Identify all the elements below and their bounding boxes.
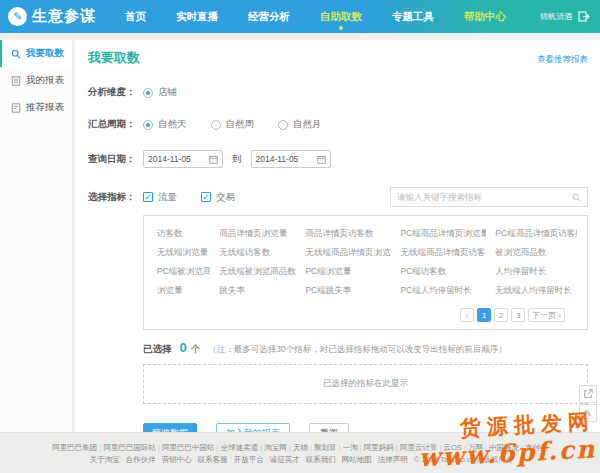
footer-link[interactable]: 一淘 bbox=[343, 443, 364, 452]
radio-icon[interactable] bbox=[211, 120, 221, 130]
selected-count: 0 bbox=[180, 340, 187, 355]
checkbox-checked-icon[interactable] bbox=[143, 192, 153, 202]
sidebar-item-label: 推荐报表 bbox=[26, 101, 64, 114]
footer-link[interactable]: 网站地图 bbox=[342, 455, 372, 464]
period-label: 汇总周期： bbox=[88, 118, 143, 131]
pagination-page-1[interactable]: 1 bbox=[477, 308, 491, 322]
footer-link[interactable]: 阿里巴巴集团 bbox=[52, 443, 103, 452]
date-to-word: 到 bbox=[232, 153, 242, 166]
metric-item[interactable]: PC端访客数 bbox=[391, 266, 486, 278]
date-from-input[interactable]: 2014-11-05 bbox=[143, 150, 223, 168]
footer-link[interactable]: 法律声明 bbox=[378, 455, 408, 464]
checkbox-checked-icon[interactable] bbox=[201, 192, 211, 202]
metric-item[interactable]: 无线端商品详情页浏览量 bbox=[296, 247, 391, 259]
footer-about-row: 关于淘宝合作伙伴营销中心联系客服开放平台诚征英才联系我们网站地图法律声明© 20… bbox=[0, 454, 600, 466]
footer-link[interactable]: 关于淘宝 bbox=[90, 455, 120, 464]
metric-item[interactable]: 无线端商品详情页访客数 bbox=[391, 247, 486, 259]
footer-copyright: © 2013 Taobao.com 版权所有 bbox=[414, 455, 513, 464]
search-icon[interactable] bbox=[572, 193, 581, 202]
metric-item[interactable]: PC端人均停留时长 bbox=[391, 285, 486, 297]
nav-item-tools[interactable]: 专题工具 bbox=[377, 0, 449, 33]
nav-item-self-data[interactable]: 自助取数 bbox=[305, 0, 377, 33]
period-option-week[interactable]: 自然周 bbox=[211, 118, 255, 131]
footer-link[interactable]: 开放平台 bbox=[234, 455, 264, 464]
metric-item[interactable]: 无线端访客数 bbox=[210, 247, 296, 259]
metric-item[interactable]: 商品详情页浏览量 bbox=[210, 228, 296, 240]
metric-item[interactable]: PC端跳失率 bbox=[296, 285, 391, 297]
metric-item[interactable]: 无线端人均停留时长 bbox=[486, 285, 577, 297]
logout-icon[interactable] bbox=[578, 11, 590, 22]
metric-item[interactable]: PC端商品详情页访客数 bbox=[486, 228, 577, 240]
calendar-icon bbox=[317, 155, 326, 164]
footer-link[interactable]: 阿里巴巴国际站 bbox=[103, 443, 162, 452]
footer-link[interactable]: 联系我们 bbox=[306, 455, 336, 464]
sidebar-item-recommended-reports[interactable]: 推荐报表 bbox=[0, 94, 72, 121]
metrics-box: 访客数 商品详情页浏览量 商品详情页访客数 PC端商品详情页浏览量 PC端商品详… bbox=[143, 215, 588, 330]
radio-icon[interactable] bbox=[278, 120, 288, 130]
metric-item[interactable]: 跳失率 bbox=[210, 285, 296, 297]
footer-link[interactable]: 支付宝 bbox=[525, 443, 548, 452]
metric-item[interactable]: 无线端浏览量 bbox=[148, 247, 210, 259]
pagination-page-2[interactable]: 2 bbox=[494, 308, 508, 322]
sidebar-item-label: 我的报表 bbox=[26, 74, 64, 87]
metric-item[interactable]: PC端被浏览商品数 bbox=[148, 266, 210, 278]
footer-link[interactable]: 聚划算 bbox=[314, 443, 343, 452]
footer-link[interactable]: 营销中心 bbox=[162, 455, 192, 464]
footer-link[interactable]: 阿里巴巴中国站 bbox=[162, 443, 221, 452]
metric-item[interactable]: 人均停留时长 bbox=[486, 266, 577, 278]
main-nav: 首页 实时直播 经营分析 自助取数 专题工具 帮助中心 bbox=[110, 0, 521, 33]
metric-item[interactable]: 商品详情页访客数 bbox=[296, 228, 391, 240]
metric-label: 选择指标： bbox=[88, 191, 143, 204]
radio-checked-icon[interactable] bbox=[143, 88, 153, 98]
logo[interactable]: ✎ 生意参谋 bbox=[8, 7, 96, 26]
footer-link[interactable]: 联系客服 bbox=[198, 455, 228, 464]
logo-icon: ✎ bbox=[8, 7, 27, 26]
calendar-icon bbox=[209, 155, 218, 164]
metric-item[interactable]: 浏览量 bbox=[148, 285, 210, 297]
period-option-day[interactable]: 自然天 bbox=[143, 118, 187, 131]
nav-item-analysis[interactable]: 经营分析 bbox=[233, 0, 305, 33]
footer-link[interactable]: 合作伙伴 bbox=[126, 455, 156, 464]
dimension-option-shop[interactable]: 店铺 bbox=[143, 86, 177, 99]
pencil-icon[interactable]: ✎ bbox=[579, 404, 597, 422]
top-navbar: ✎ 生意参谋 首页 实时直播 经营分析 自助取数 专题工具 帮助中心 锦帆清酒 bbox=[0, 0, 600, 33]
pagination-next[interactable]: 下一页 › bbox=[528, 308, 565, 322]
metric-search-input[interactable] bbox=[397, 192, 572, 202]
footer-link[interactable]: 阿里妈妈 bbox=[364, 443, 400, 452]
dropzone-placeholder: 已选择的指标在此显示 bbox=[323, 378, 408, 390]
footer-link[interactable]: 万网 bbox=[468, 443, 489, 452]
sidebar-item-get-data[interactable]: 我要取数 bbox=[0, 40, 72, 67]
metric-item[interactable]: 无线端被浏览商品数 bbox=[210, 266, 296, 278]
period-option-month[interactable]: 自然月 bbox=[278, 118, 322, 131]
pagination-prev[interactable]: ‹ bbox=[460, 308, 474, 322]
footer-link[interactable]: 中国雅虎 bbox=[489, 443, 525, 452]
radio-checked-icon[interactable] bbox=[143, 120, 153, 130]
footer-link[interactable]: 阿里云计算 bbox=[400, 443, 444, 452]
metric-item[interactable]: 访客数 bbox=[148, 228, 210, 240]
metric-item[interactable]: PC端浏览量 bbox=[296, 266, 391, 278]
user-area: 锦帆清酒 bbox=[540, 11, 590, 22]
view-recommended-link[interactable]: 查看推荐报表 bbox=[537, 54, 588, 66]
recommend-report-icon bbox=[11, 103, 21, 113]
metric-item[interactable]: 被浏览商品数 bbox=[486, 247, 577, 259]
nav-item-home[interactable]: 首页 bbox=[110, 0, 161, 33]
option-label: 流量 bbox=[158, 191, 177, 204]
selected-label: 已选择 bbox=[143, 343, 172, 356]
footer-link[interactable]: 云OS bbox=[444, 443, 468, 452]
footer-link[interactable]: 全球速卖通 bbox=[221, 443, 265, 452]
date-to-input[interactable]: 2014-11-05 bbox=[251, 150, 331, 168]
pagination-page-3[interactable]: 3 bbox=[511, 308, 525, 322]
nav-item-live[interactable]: 实时直播 bbox=[161, 0, 233, 33]
footer-link[interactable]: 诚征英才 bbox=[270, 455, 300, 464]
page-title: 我要取数 bbox=[88, 49, 140, 67]
nav-item-help[interactable]: 帮助中心 bbox=[449, 0, 521, 33]
metric-filter-row: 选择指标： 流量 交易 bbox=[88, 187, 588, 207]
metric-item[interactable]: PC端商品详情页浏览量 bbox=[391, 228, 486, 240]
footer-link[interactable]: 天猫 bbox=[293, 443, 314, 452]
username[interactable]: 锦帆清酒 bbox=[540, 11, 572, 22]
external-link-icon[interactable] bbox=[579, 385, 597, 403]
footer-link[interactable]: 淘宝网 bbox=[264, 443, 293, 452]
sidebar-item-my-reports[interactable]: 我的报表 bbox=[0, 67, 72, 94]
metric-group-traffic[interactable]: 流量 bbox=[143, 191, 177, 204]
metric-group-trade[interactable]: 交易 bbox=[201, 191, 235, 204]
